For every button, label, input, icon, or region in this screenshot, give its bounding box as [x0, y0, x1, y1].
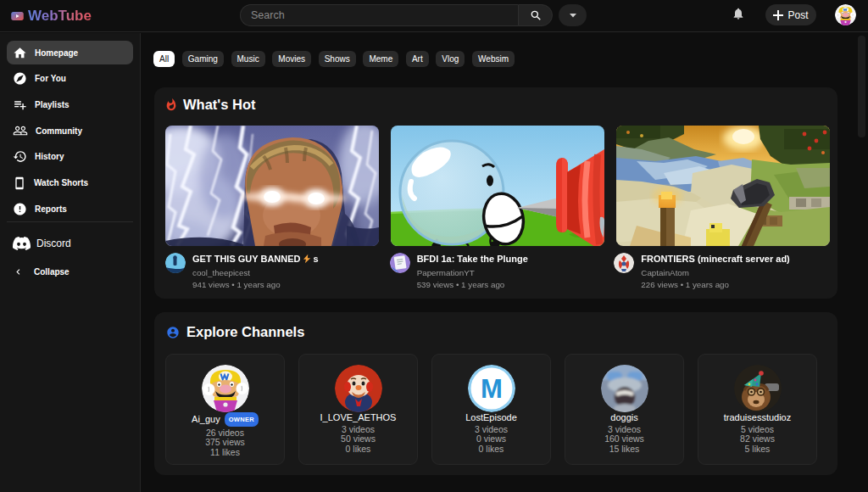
svg-text:M: M: [481, 374, 503, 404]
